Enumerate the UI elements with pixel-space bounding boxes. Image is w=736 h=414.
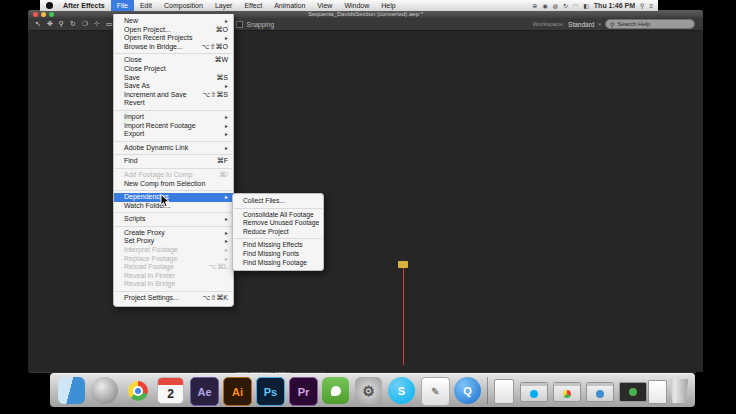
letterbox-left [0,0,28,414]
menu-item-open-recent-projects[interactable]: Open Recent Projects▸ [114,34,233,43]
notification-center-icon[interactable]: ≡ [649,3,653,9]
submenu-item-remove-unused-footage[interactable]: Remove Unused Footage [233,219,323,228]
dock-launchpad-icon[interactable] [91,377,118,404]
menu-item-increment-and-save[interactable]: Increment and Save⌥⇧⌘S [114,91,233,100]
workspace-caret-icon[interactable]: ▾ [598,21,601,27]
playhead-marker[interactable] [398,261,408,268]
submenu-arrow-icon: ▸ [225,17,228,26]
submenu-item-find-missing-fonts[interactable]: Find Missing Fonts [233,250,323,259]
pan-behind-tool-icon[interactable]: ⊹ [91,20,103,28]
dock-textedit-icon[interactable]: ✎ [421,377,450,406]
menu-item-save[interactable]: Save⌘S [114,74,233,83]
menu-item-close[interactable]: Close⌘W [114,56,233,65]
menu-item-adobe-dynamic-link[interactable]: Adobe Dynamic Link▸ [114,144,233,153]
dock-trash-icon[interactable] [668,379,690,403]
dock-quicktime-icon[interactable]: Q [454,377,481,404]
menu-item-browse-in-bridge[interactable]: Browse in Bridge...⌥⇧⌘O [114,43,233,52]
minimize-window-button[interactable] [41,12,46,17]
submenu-item-reduce-project[interactable]: Reduce Project [233,228,323,237]
dock-premiere-icon[interactable]: Pr [289,377,318,406]
battery-icon[interactable]: ◧ [583,2,589,9]
letterbox-top-right [658,0,703,10]
submenu-item-find-missing-effects[interactable]: Find Missing Effects [233,241,323,250]
menu-item-create-proxy[interactable]: Create Proxy▸ [114,229,233,238]
menu-item-import[interactable]: Import▸ [114,113,233,122]
dock-photoshop-icon[interactable]: Ps [256,377,285,406]
mouse-cursor [160,194,170,208]
status-icon[interactable]: ◍ [553,2,558,9]
menu-item-dependencies[interactable]: Dependencies▸ [114,193,233,202]
hand-tool-icon[interactable]: ✥ [44,20,56,28]
search-help-box[interactable]: ⚲ Search Help [605,19,695,29]
submenu-item-consolidate-all-footage[interactable]: Consolidate All Footage [233,211,323,220]
dock-separator [487,377,488,404]
snapping-label: Snapping [247,21,274,28]
dock-minimized-window-chrome[interactable] [553,382,581,402]
letterbox-bottom [0,407,736,414]
dock-documents-icon[interactable] [494,379,514,404]
dock-skype-icon[interactable]: S [388,377,415,404]
status-icon[interactable]: ◉ [542,2,547,9]
zoom-tool-icon[interactable]: ⚲ [56,20,67,28]
dock-after-effects-icon[interactable]: Ae [190,377,219,406]
rotate-tool-icon[interactable]: ↻ [67,20,79,28]
menu-layer[interactable]: Layer [209,0,239,11]
menu-item-replace-footage: Replace Footage▸ [114,255,233,264]
menu-item-interpret-footage: Interpret Footage▸ [114,246,233,255]
close-window-button[interactable] [33,12,38,17]
zoom-window-button[interactable] [49,12,54,17]
screen: Sequenta_DavidsSection (converted).aep *… [0,0,736,414]
submenu-item-collect-files[interactable]: Collect Files... [233,197,323,206]
menu-item-revert[interactable]: Revert [114,99,233,108]
dock-illustrator-icon[interactable]: Ai [223,377,252,406]
workspace-value[interactable]: Standard [568,21,594,28]
menu-window[interactable]: Window [338,0,375,11]
menu-item-save-as[interactable]: Save As▸ [114,82,233,91]
menu-composition[interactable]: Composition [158,0,209,11]
dock-minimized-window-skype[interactable] [520,382,548,402]
menu-item-set-proxy[interactable]: Set Proxy▸ [114,237,233,246]
menu-item-import-recent-footage[interactable]: Import Recent Footage▸ [114,122,233,131]
menu-item-open-project[interactable]: Open Project...⌘O [114,26,233,35]
search-icon: ⚲ [610,21,614,28]
menu-item-export[interactable]: Export▸ [114,130,233,139]
app-menu-after-effects[interactable]: After Effects [57,0,111,11]
status-icon[interactable]: ↻ [563,2,568,9]
submenu-item-find-missing-footage[interactable]: Find Missing Footage [233,259,323,268]
dock-document-icon[interactable] [648,380,667,404]
wifi-icon[interactable]: ◠ [573,2,578,9]
menu-view[interactable]: View [311,0,338,11]
menu-edit[interactable]: Edit [134,0,158,11]
camera-tool-icon[interactable]: ❍ [79,20,91,28]
dock-minimized-window-terminal[interactable] [619,382,647,402]
menu-item-watch-folder[interactable]: Watch Folder... [114,202,233,211]
apple-menu-icon[interactable] [46,2,53,9]
menu-item-project-settings[interactable]: Project Settings...⌥⇧⌘K [114,294,233,303]
menu-item-new-comp-from-selection[interactable]: New Comp from Selection [114,180,233,189]
menu-effect[interactable]: Effect [238,0,268,11]
selection-tool-icon[interactable]: ↖ [32,20,44,28]
dock-calendar-icon[interactable]: 2 [157,377,184,404]
dock-chrome-icon[interactable] [124,377,151,404]
letterbox-right [703,0,736,414]
menu-animation[interactable]: Animation [268,0,311,11]
menu-file[interactable]: File [111,0,134,11]
status-icon[interactable]: ⊕ [532,2,537,9]
snapping-checkbox[interactable] [236,21,243,28]
menu-help[interactable]: Help [375,0,401,11]
menu-item-new[interactable]: New▸ [114,17,233,26]
spotlight-icon[interactable]: ⚲ [640,2,644,9]
dock-minimized-window-finder[interactable] [586,382,614,402]
menu-item-scripts[interactable]: Scripts▸ [114,215,233,224]
file-menu: New▸ Open Project...⌘O Open Recent Proje… [113,14,234,307]
dock-finder-icon[interactable] [58,377,85,404]
playhead-line[interactable] [403,261,405,365]
menu-item-close-project[interactable]: Close Project [114,65,233,74]
dock-evernote-icon[interactable] [322,377,349,404]
menu-item-add-footage-to-comp: Add Footage to Comp⌘/ [114,171,233,180]
search-help-placeholder: Search Help [617,21,650,27]
dock-system-preferences-icon[interactable]: ⚙ [355,377,382,404]
menu-item-find[interactable]: Find⌘F [114,157,233,166]
menu-bar-clock[interactable]: Thu 1:46 PM [594,2,635,9]
calendar-day: 2 [167,385,174,403]
